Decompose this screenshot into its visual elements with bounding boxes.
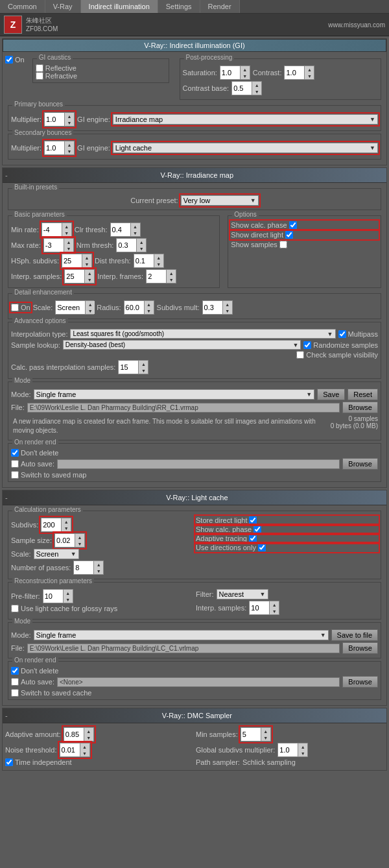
lc-auto-save-checkbox[interactable]: Auto save:	[11, 678, 54, 686]
browse-lc-button[interactable]: Browse	[342, 642, 378, 654]
lc-subdivs-spinbox[interactable]: 200 ▲▼	[41, 518, 71, 532]
dont-delete-checkbox[interactable]: Don't delete	[11, 449, 378, 457]
save-to-file-button[interactable]: Save to file	[331, 629, 378, 641]
lc-scale-arrow-icon: ▼	[71, 551, 77, 557]
filter-arrow-icon: ▼	[260, 591, 266, 597]
radius-spinbox[interactable]: 60.0 ▲▼	[124, 300, 154, 315]
adaptive-amount-spinbox[interactable]: 0.85 ▲▼	[64, 727, 94, 741]
show-direct-light-checkbox[interactable]: Show direct light	[231, 231, 378, 239]
calc-pass-spinbox[interactable]: 15 ▲▼	[118, 360, 148, 374]
use-light-cache-checkbox[interactable]: Use light cache for glossy rays	[11, 605, 193, 612]
current-preset-dropdown[interactable]: Very low ▼	[181, 195, 259, 206]
interp-samples-spinbox[interactable]: 25 ▲▼	[64, 269, 95, 283]
show-calc-phase-checkbox[interactable]: Show calc. phase	[231, 221, 378, 229]
tab-render[interactable]: Render	[200, 0, 240, 13]
secondary-bounces-group: Secondary bounces Multiplier: 1.0 ▲▼ GI …	[8, 134, 381, 160]
primary-engine-dropdown[interactable]: Irradiance map ▼	[113, 114, 378, 125]
sample-size-spinbox[interactable]: 0.02 ▲▼	[54, 533, 85, 548]
max-rate-spinbox[interactable]: -3 ▲▼	[43, 238, 74, 252]
browse-lc-auto-save-button[interactable]: Browse	[342, 676, 378, 688]
browse-auto-save-button[interactable]: Browse	[342, 458, 378, 470]
scale-spinbox[interactable]: Screen ▲▼	[55, 300, 94, 315]
dmc-collapse-icon[interactable]: -	[5, 712, 8, 719]
light-cache-panel: - V-Ray:: Light cache Calculation parame…	[2, 490, 387, 706]
detail-enhancement-group: Detail enhancement On Scale: Screen ▲▼ R…	[8, 293, 381, 319]
number-passes-spinbox[interactable]: 8 ▲▼	[73, 561, 104, 575]
post-processing-label: Post-processing	[184, 54, 235, 61]
secondary-multiplier-spinbox[interactable]: 1.0 ▲▼	[44, 141, 75, 155]
clr-thresh-spinbox[interactable]: 0.4 ▲▼	[110, 223, 141, 237]
irradiance-file-path[interactable]: E:\09Work\Leslie L. Dan Pharmacy Buildin…	[27, 403, 340, 413]
gi-on-checkbox[interactable]: On	[5, 56, 25, 64]
auto-save-checkbox[interactable]: Auto save:	[11, 460, 54, 468]
lc-mode-label: Mode	[12, 618, 32, 625]
lc-interp-samples-spinbox[interactable]: 10 ▲▼	[249, 601, 279, 615]
logo-icon: Z	[4, 16, 22, 34]
dist-thresh-spinbox[interactable]: 0.1 ▲▼	[134, 254, 164, 268]
auto-save-field[interactable]	[57, 459, 340, 469]
lc-auto-save-field[interactable]: <None>	[57, 677, 340, 687]
save-irradiance-button[interactable]: Save	[317, 389, 345, 400]
reflective-checkbox[interactable]: Reflective	[36, 64, 166, 72]
irradiance-collapse-icon[interactable]: -	[5, 171, 8, 179]
global-subdivs-spinbox[interactable]: 1.0 ▲▼	[277, 743, 308, 757]
tab-common[interactable]: Common	[0, 0, 45, 13]
irradiance-info-text: A new irradiance map is created for each…	[11, 415, 328, 437]
recon-params-inner: Pre-filter: 10 ▲▼ Use light cache for gl…	[11, 588, 378, 616]
detail-on-checkbox[interactable]: On	[11, 304, 30, 311]
recon-params-group: Reconstruction parameters Pre-filter: 10…	[8, 582, 381, 620]
detail-enhancement-label: Detail enhancement	[12, 289, 74, 296]
browse-irradiance-button[interactable]: Browse	[342, 402, 378, 413]
lc-mode-dropdown[interactable]: Single frame ▼	[34, 630, 329, 640]
subdivs-mult-spinbox[interactable]: 0.3 ▲▼	[202, 300, 233, 315]
randomize-samples-checkbox[interactable]: Randomize samples	[303, 341, 378, 349]
nrm-thresh-spinbox[interactable]: 0.3 ▲▼	[116, 238, 147, 252]
filter-dropdown[interactable]: Nearest ▼	[217, 589, 268, 599]
irradiance-mode-dropdown[interactable]: Single frame ▼	[34, 389, 315, 400]
light-cache-collapse-icon[interactable]: -	[5, 494, 8, 501]
contrast-spinbox[interactable]: 1.0 ▲▼	[284, 66, 314, 80]
noise-threshold-spinbox[interactable]: 0.01 ▲▼	[60, 743, 90, 757]
interp-frames-spinbox[interactable]: 2 ▲▼	[146, 269, 176, 283]
gi-title: V-Ray:: Indirect illumination (GI)	[3, 39, 386, 52]
multipass-checkbox[interactable]: Multipass	[338, 330, 378, 338]
lc-show-calc-checkbox[interactable]: Show calc. phase	[196, 525, 378, 533]
refractive-checkbox[interactable]: Refractive	[36, 72, 166, 80]
contrast-base-spinbox[interactable]: 0.5 ▲▼	[231, 81, 262, 95]
bytes-count: 0 bytes (0.0 MB)	[331, 422, 378, 429]
secondary-engine-dropdown[interactable]: Light cache ▼	[113, 143, 378, 153]
calc-params-label: Calculation parameters	[12, 506, 83, 513]
reset-irradiance-button[interactable]: Reset	[348, 389, 378, 400]
irradiance-title: V-Ray:: Irradiance map	[10, 169, 384, 181]
secondary-bounces-label: Secondary bounces	[12, 129, 73, 136]
sample-lookup-dropdown[interactable]: Density-based (best) ▼	[63, 340, 301, 350]
adaptive-tracing-checkbox[interactable]: Adaptive tracing	[196, 535, 378, 542]
calc-params-inner: Subdivs: 200 ▲▼ Sample size: 0.02 ▲▼	[11, 516, 378, 576]
tab-vray[interactable]: V-Ray	[45, 0, 81, 13]
switch-to-saved-cache-checkbox[interactable]: Switch to saved cache	[11, 689, 378, 697]
watermark-bar: Z 朱峰社区ZF08.COM www.missyuan.com	[0, 14, 389, 36]
pre-filter-spinbox[interactable]: 10 ▲▼	[43, 589, 73, 603]
hsph-subdivs-spinbox[interactable]: 25 ▲▼	[62, 254, 92, 268]
show-samples-checkbox[interactable]: Show samples	[231, 241, 378, 248]
options-label: Options	[232, 211, 258, 218]
switch-to-saved-map-checkbox[interactable]: Switch to saved map	[11, 471, 378, 479]
min-samples-spinbox[interactable]: 5 ▲▼	[241, 727, 271, 741]
tab-indirect-illumination[interactable]: Indirect illumination	[81, 0, 158, 13]
dmc-title: V-Ray:: DMC Sampler	[10, 710, 384, 721]
time-independent-checkbox[interactable]: Time independent	[5, 758, 193, 766]
lc-file-path[interactable]: E:\09Work\Leslie L. Dan Pharmacy Buildin…	[27, 644, 340, 653]
check-sample-visibility-checkbox[interactable]: Check sample visibility	[296, 351, 378, 359]
advanced-options-label: Advanced options	[12, 317, 68, 324]
interpolation-type-dropdown[interactable]: Least squares fit (good/smooth) ▼	[70, 329, 335, 339]
primary-multiplier-spinbox[interactable]: 1.0 ▲▼	[44, 112, 75, 127]
interp-type-arrow-icon: ▼	[327, 331, 333, 337]
store-direct-checkbox[interactable]: Store direct light	[196, 516, 378, 524]
saturation-spinbox[interactable]: 1.0 ▲▼	[220, 66, 250, 80]
use-directions-checkbox[interactable]: Use directions only	[196, 544, 378, 551]
tab-settings[interactable]: Settings	[158, 0, 200, 13]
lc-dont-delete-checkbox[interactable]: Don't delete	[11, 667, 378, 675]
min-rate-spinbox[interactable]: -4 ▲▼	[41, 223, 72, 237]
irradiance-render-end-group: On render end Don't delete Auto save: Br…	[8, 443, 381, 482]
lc-scale-dropdown[interactable]: Screen ▼	[34, 549, 79, 559]
